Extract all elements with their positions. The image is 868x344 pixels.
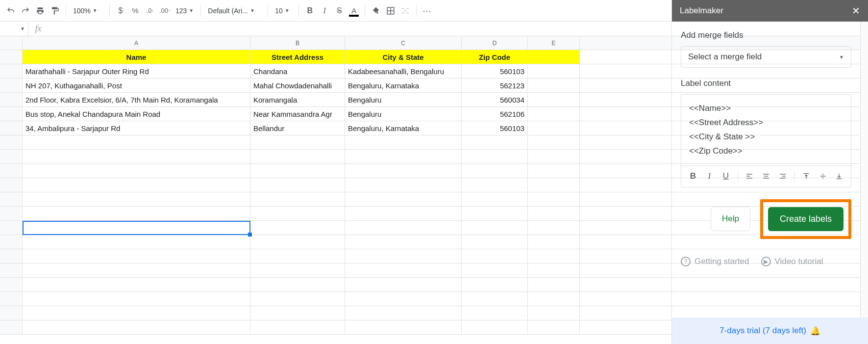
cell[interactable] [345, 207, 462, 220]
valign-bottom-button[interactable] [831, 168, 847, 185]
fill-color-button[interactable] [369, 4, 383, 18]
row-header[interactable] [0, 150, 23, 163]
valign-top-button[interactable] [798, 168, 814, 185]
cell[interactable]: Bengaluru [345, 93, 462, 106]
merge-cells-button[interactable] [398, 4, 412, 18]
cell[interactable] [345, 278, 462, 291]
cell[interactable] [345, 192, 462, 206]
bold-button[interactable]: B [303, 4, 317, 18]
close-icon[interactable]: ✕ [852, 5, 860, 17]
cell[interactable] [23, 178, 250, 192]
editor-bold-button[interactable]: B [685, 168, 701, 185]
align-left-button[interactable] [742, 168, 758, 185]
editor-italic-button[interactable]: I [702, 168, 718, 185]
header-cell-zip[interactable]: Zip Code [462, 50, 528, 64]
cell[interactable]: 560034 [462, 93, 528, 106]
cell[interactable] [462, 135, 528, 149]
align-right-button[interactable] [775, 168, 791, 185]
header-cell-name[interactable]: Name [23, 50, 250, 64]
cell[interactable] [528, 249, 580, 263]
cell[interactable] [528, 192, 580, 206]
increase-decimal-button[interactable]: .00↑ [158, 4, 172, 18]
cell[interactable] [528, 278, 580, 291]
cell[interactable] [250, 221, 345, 235]
trial-banner[interactable]: 7-days trial (7 days left) 🔔 [672, 318, 868, 344]
cell[interactable] [462, 192, 528, 206]
video-tutorial-link[interactable]: ▶ Video tutorial [761, 257, 823, 266]
column-header[interactable]: D [462, 36, 528, 50]
column-header[interactable]: A [23, 36, 250, 50]
font-select[interactable]: Default (Ari...▼ [205, 7, 264, 15]
cell[interactable]: 560103 [462, 121, 528, 135]
cell[interactable] [528, 64, 580, 78]
cell[interactable] [528, 135, 580, 149]
cell[interactable] [23, 235, 250, 249]
strikethrough-button[interactable]: S [332, 4, 346, 18]
cell[interactable] [528, 320, 580, 334]
cell[interactable] [250, 235, 345, 249]
cell[interactable] [528, 107, 580, 121]
row-header[interactable] [0, 178, 23, 192]
more-formats-button[interactable]: 123▼ [173, 7, 197, 15]
header-cell-city[interactable]: City & State [345, 50, 462, 64]
print-button[interactable] [33, 4, 47, 18]
cell[interactable] [528, 306, 580, 320]
cell[interactable] [528, 164, 580, 178]
cell[interactable] [345, 178, 462, 192]
cell[interactable] [462, 178, 528, 192]
cell[interactable]: Bus stop, Anekal Chandapura Main Road [23, 107, 250, 121]
cell[interactable] [250, 192, 345, 206]
cell[interactable] [23, 150, 250, 163]
select-all-corner[interactable] [0, 36, 23, 50]
getting-started-link[interactable]: ? Getting started [681, 257, 749, 266]
help-button[interactable]: Help [711, 207, 750, 231]
cell[interactable] [345, 264, 462, 277]
cell[interactable] [250, 249, 345, 263]
cell[interactable]: 560103 [462, 64, 528, 78]
cell[interactable] [23, 249, 250, 263]
font-size-select[interactable]: 10▼ [272, 7, 295, 15]
cell[interactable] [462, 278, 528, 291]
cell[interactable]: Near Kammasandra Agr [250, 107, 345, 121]
cell[interactable] [23, 320, 250, 334]
redo-button[interactable] [19, 4, 32, 18]
cell[interactable] [23, 135, 250, 149]
cell[interactable]: Marathahalli - Sarjapur Outer Ring Rd [23, 64, 250, 78]
header-cell-street[interactable]: Street Address [250, 50, 345, 64]
cell[interactable]: 562123 [462, 79, 528, 92]
cell[interactable]: Mahal Chowdadenahalli [250, 79, 345, 92]
create-labels-button[interactable]: Create labels [768, 207, 843, 231]
cell[interactable]: Bengaluru [345, 107, 462, 121]
cell[interactable] [462, 150, 528, 163]
align-center-button[interactable] [758, 168, 774, 185]
row-header[interactable] [0, 320, 23, 334]
row-header[interactable] [0, 164, 23, 178]
row-header[interactable] [0, 221, 23, 235]
cell[interactable] [250, 207, 345, 220]
merge-field-select[interactable]: Select a merge field ▼ [681, 46, 851, 68]
cell[interactable] [462, 264, 528, 277]
row-header[interactable] [0, 79, 23, 92]
cell[interactable] [345, 235, 462, 249]
cell[interactable] [462, 306, 528, 320]
row-header[interactable] [0, 93, 23, 106]
decrease-decimal-button[interactable]: .0↓ [143, 4, 157, 18]
borders-button[interactable] [384, 4, 397, 18]
cell[interactable] [345, 164, 462, 178]
row-header[interactable] [0, 207, 23, 220]
more-toolbar-button[interactable]: ⋯ [421, 4, 434, 18]
cell[interactable] [528, 221, 580, 235]
cell[interactable] [23, 207, 250, 220]
row-header[interactable] [0, 235, 23, 249]
row-header[interactable] [0, 249, 23, 263]
percent-button[interactable]: % [128, 4, 142, 18]
paint-format-button[interactable] [48, 4, 62, 18]
name-box[interactable]: ▼ [0, 22, 28, 36]
cell[interactable] [462, 292, 528, 306]
cell[interactable] [23, 306, 250, 320]
valign-middle-button[interactable] [815, 168, 831, 185]
row-header[interactable] [0, 264, 23, 277]
cell[interactable] [250, 278, 345, 291]
cell[interactable] [462, 221, 528, 235]
row-header[interactable] [0, 278, 23, 291]
